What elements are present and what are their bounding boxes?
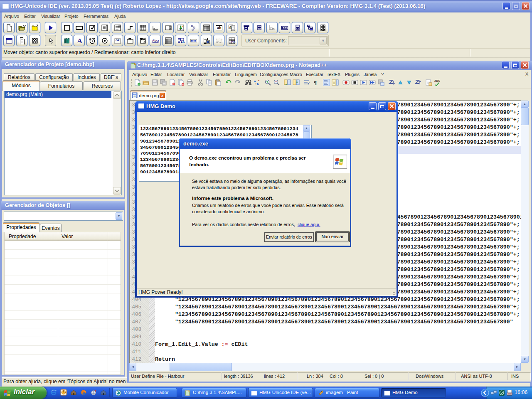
svg-text:b: b [257, 82, 259, 86]
svg-text:DB: DB [231, 41, 235, 44]
svg-text:Ab: Ab [180, 40, 185, 44]
svg-text:Ab: Ab [116, 38, 119, 41]
svg-text:a: a [254, 79, 256, 83]
svg-text:a: a [229, 25, 232, 29]
svg-text:Abcd: Abcd [152, 39, 159, 42]
svg-text:ab: ab [217, 26, 222, 30]
svg-text:ABC: ABC [434, 79, 440, 82]
svg-text:A: A [77, 37, 82, 44]
svg-text:¶: ¶ [314, 79, 317, 86]
